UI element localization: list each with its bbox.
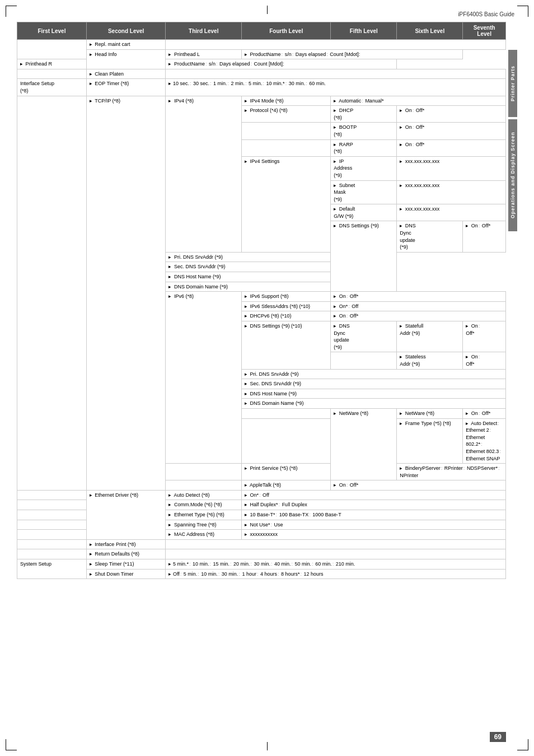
fifth-automatic: ▸ Automatic: Manual* [331, 96, 506, 106]
sixth-gw-xxx: ▸ xxx.xxx.xxx.xxx [397, 204, 506, 221]
fourth-frame-auto: ▸ Auto Detect: Ethernet 2: Ethernet 802.… [463, 418, 506, 464]
header-seventh-level: Seventh Level [463, 22, 506, 40]
third-print-service: ▸ Print Service (*5) (*8) [242, 464, 331, 480]
second-head-info: ▸ Head Info [86, 49, 166, 69]
fourth-dhcpv6: ▸ DHCPv6 (*8) (*10) [242, 311, 331, 321]
second-repl-maint: ▸ Repl. maint cart [86, 40, 166, 50]
first-empty-et [17, 510, 87, 520]
header-second-level: Second Level [86, 22, 166, 40]
fifth-pri-dns-ipv6: ▸ Pri. DNS SrvAddr (*9) [242, 369, 506, 379]
fifth-sec-dns-ipv6: ▸ Sec. DNS SrvAddr (*9) [242, 379, 506, 389]
corner-mark-bl [6, 739, 17, 750]
fifth-rarp: ▸ RARP(*8) [331, 139, 397, 156]
side-label-printer-parts: Printer Parts [508, 50, 517, 117]
fifth-default-gw: ▸ DefaultG/W (*9) [331, 204, 397, 221]
fifth-dns-host-ipv6: ▸ DNS Host Name (*9) [242, 389, 506, 399]
sixth-stateless: ▸ StatelessAddr (*9) [397, 352, 463, 369]
third-netware: ▸ NetWare (*8) [397, 408, 463, 418]
table-row-eop-timer: Interface Setup(*8) ▸ EOP Timer (*8) ▸ 1… [17, 79, 506, 96]
fourth-ipv4-mode: ▸ IPv4 Mode (*8) [242, 96, 331, 106]
first-empty-rd [17, 549, 87, 559]
header-first-level: First Level [17, 22, 87, 40]
third-appletalk-on: ▸ On: Off* [331, 480, 506, 491]
third-ethernet-type: ▸ Ethernet Type (*6) (*8) [166, 510, 242, 520]
header-fourth-level: Fourth Level [242, 22, 331, 40]
third-auto-detect: ▸ Auto Detect (*8) [166, 490, 242, 500]
third-ipv6: ▸ IPv6 (*8) [166, 292, 242, 464]
first-empty-ps [166, 464, 242, 480]
first-level-empty [17, 40, 87, 59]
eop-values: ▸ 10 sec.: 30 sec.: 1 min.: 2 min.: 5 mi… [166, 79, 506, 96]
fifth-dhcp: ▸ DHCP(*8) [331, 106, 397, 123]
corner-mark-tl [6, 6, 17, 17]
fifth-dhcpv6-on: ▸ On: Off* [331, 311, 506, 321]
fifth-ipv6-on: ▸ On: Off* [331, 292, 506, 302]
header-title: iPF6400S Basic Guide [458, 11, 514, 17]
table-row-ethernet-driver: ▸ Ethernet Driver (*8) ▸ Auto Detect (*8… [17, 490, 506, 500]
table-row-shutdown-timer: ▸ Shut Down Timer ▸ Off: 5 min.: 10 min.… [17, 569, 506, 579]
fifth-sec-dns: ▸ Sec. DNS SrvAddr (*9) [166, 262, 397, 272]
fourth-mac-values: ▸ xxxxxxxxxxx [242, 530, 506, 540]
fourth-ethernet-type-values: ▸ 10 Base-T*: 100 Base-TX: 1000 Base-T [242, 510, 506, 520]
fifth-dns-dync-ipv6: ▸ DNSDyncupdate(*9) [331, 321, 397, 352]
sixth-subnet-xxx: ▸ xxx.xxx.xxx.xxx [397, 180, 506, 204]
table-row-system-setup: System Setup ▸ Sleep Timer (*11) ▸ 5 min… [17, 559, 506, 570]
first-empty-tcpip [17, 96, 87, 490]
corner-mark-tr [517, 6, 528, 17]
main-table: First Level Second Level Third Level Fou… [17, 22, 506, 579]
fifth-subnet: ▸ SubnetMask(*9) [331, 180, 397, 204]
corner-mark-br [517, 739, 528, 750]
third-printhead-l: ▸ Printhead L [166, 49, 242, 59]
fourth-spanning-tree-values: ▸ Not Use*: Use [242, 520, 506, 530]
first-empty-at [166, 480, 242, 491]
fifth-dns-dync: ▸ DNSDyncupdate(*9) [397, 221, 463, 252]
fifth-ip-address: ▸ IPAddress(*9) [331, 156, 397, 180]
sixth-ip-xxx: ▸ xxx.xxx.xxx.xxx [397, 156, 506, 180]
first-empty-1 [17, 69, 87, 79]
sixth-statefull: ▸ StatefullAddr (*9) [397, 321, 463, 352]
side-label-operations: Operations and Display Screen [508, 119, 517, 231]
fourth-print-service-values: ▸ BinderyPServer: RPrinter: NDSPServer*:… [397, 464, 506, 480]
fourth-ipv4-settings: ▸ IPv4 Settings [242, 156, 331, 252]
sixth-bootp-on: ▸ On: Off* [397, 123, 506, 139]
second-return-defaults: ▸ Return Defaults (*8) [86, 549, 166, 559]
second-interface-print: ▸ Interface Print (*8) [86, 539, 166, 549]
first-empty-ft [242, 418, 331, 464]
sixth-dns-on: ▸ On: Off* [463, 221, 506, 252]
fourth-netware-on: ▸ On: Off* [463, 408, 506, 418]
header-third-level: Third Level [166, 22, 242, 40]
header-sixth-level: Sixth Level [397, 22, 463, 40]
table-row-tcpip: ▸ TCP/IP (*8) ▸ IPv4 (*8) ▸ IPv4 Mode (*… [17, 96, 506, 106]
third-sleep-timer-values: ▸ 5 min.*: 10 min.: 15 min.: 20 min.: 30… [166, 559, 506, 570]
second-appletalk: ▸ AppleTalk (*8) [242, 480, 331, 491]
seventh-on-2: ▸ On:Off* [463, 352, 506, 369]
second-sleep-timer: ▸ Sleep Timer (*11) [86, 559, 166, 570]
rest-empty-1 [166, 69, 506, 79]
table-row-clean-platen: ▸ Clean Platen [17, 69, 506, 79]
header-fifth-level: Fifth Level [331, 22, 397, 40]
first-empty-mac [17, 530, 87, 540]
table-row: ▸ Repl. maint cart [17, 40, 506, 50]
center-mark-top [267, 6, 268, 14]
fifth-dns-domain: ▸ DNS Domain Name (*9) [166, 282, 397, 292]
fourth-comm-mode-values: ▸ Half Duplex*: Full Duplex [242, 500, 506, 510]
first-empty-st [17, 520, 87, 530]
sixth-rarp-on: ▸ On: Off* [397, 139, 506, 156]
third-return-defaults-empty [166, 549, 506, 559]
first-empty-cm [17, 500, 87, 510]
second-eop-timer: ▸ EOP Timer (*8) [86, 79, 166, 96]
second-clean-platen: ▸ Clean Platen [86, 69, 166, 79]
second-netware: ▸ NetWare (*8) [331, 408, 397, 480]
third-shutdown-values: ▸ Off: 5 min.: 10 min.: 30 min.: 1 hour:… [166, 569, 506, 579]
fourth-rarp-empty [242, 139, 331, 156]
fourth-ipv6-support: ▸ IPv6 Support (*8) [242, 292, 331, 302]
first-empty-ip [17, 539, 87, 549]
third-comm-mode: ▸ Comm.Mode (*6) (*8) [166, 500, 242, 510]
first-empty-nw [242, 408, 331, 418]
third-mac-address: ▸ MAC Address (*8) [166, 530, 242, 540]
second-shutdown-timer: ▸ Shut Down Timer [86, 569, 166, 579]
first-empty-ed [17, 490, 87, 500]
fifth-ipv6-stless-on: ▸ On*: Off [331, 301, 506, 311]
seventh-on: ▸ On:Off* [463, 321, 506, 352]
page-number: 69 [490, 732, 506, 742]
